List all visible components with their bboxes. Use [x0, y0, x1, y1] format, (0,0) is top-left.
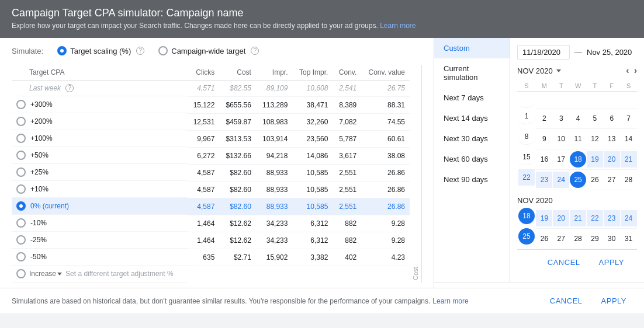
target-scaling-option[interactable]: Target scaling (%) ?	[57, 46, 144, 55]
table-row[interactable]: 0% (current) 4,587 $82.60 88,933 10,585 …	[12, 198, 410, 215]
help-icon-campaign-wide[interactable]: ?	[251, 47, 259, 55]
cal-day-cell[interactable]: 9	[536, 128, 553, 149]
cal-day-cell[interactable]: 12	[586, 128, 603, 149]
row-radio[interactable]	[16, 168, 26, 177]
cal-day-cell[interactable]: 4	[570, 108, 587, 128]
cal-apply-button[interactable]: APPLY	[593, 254, 630, 270]
cal-day-cell[interactable]: 23	[536, 169, 553, 190]
target-scaling-radio[interactable]	[57, 46, 67, 55]
table-row[interactable]: -50% 635 $2.71 15,902 3,382 402 4.23	[12, 249, 410, 266]
cal-day-cell-2[interactable]: 30	[603, 228, 620, 249]
cal-day-cell[interactable]: 1	[517, 108, 536, 124]
cell-label[interactable]: +200%	[12, 113, 187, 130]
cal-day-cell[interactable]: 26	[586, 169, 603, 190]
cal-day-cell[interactable]: 18	[570, 149, 587, 169]
table-row[interactable]: +300% 15,122 $655.56 113,289 38,471 8,38…	[12, 96, 410, 113]
cal-day-cell[interactable]: 16	[536, 149, 553, 169]
cal-day-cell[interactable]: 8	[517, 128, 536, 145]
row-radio[interactable]	[16, 100, 26, 109]
footer-apply-button[interactable]: APPLY	[595, 293, 632, 309]
cal-day-cell-2[interactable]: 18	[517, 208, 536, 225]
increase-cell[interactable]: Increase Set a different target adjustme…	[12, 266, 187, 282]
cal-day-cell[interactable]: 27	[603, 169, 620, 190]
row-radio[interactable]	[16, 252, 26, 261]
cal-day-cell-2[interactable]: 23	[603, 208, 620, 229]
cell-label[interactable]: +100%	[12, 130, 187, 147]
cal-day-cell[interactable]: 14	[620, 128, 637, 149]
row-radio[interactable]	[16, 184, 26, 194]
increase-button[interactable]: Increase	[29, 270, 62, 278]
row-radio[interactable]	[16, 134, 26, 143]
cal-day-cell[interactable]: 24	[553, 169, 570, 190]
cal-day-cell-2[interactable]: 25	[517, 228, 536, 245]
preset-item[interactable]: Next 30 days	[434, 128, 510, 149]
cell-label[interactable]: +10%	[12, 181, 187, 198]
cal-day-cell-2[interactable]: 29	[586, 228, 603, 249]
preset-item[interactable]: Next 60 days	[434, 149, 510, 169]
cal-day-cell[interactable]: 21	[620, 149, 637, 169]
table-row[interactable]: +25% 4,587 $82.60 88,933 10,585 2,551 26…	[12, 164, 410, 181]
table-row[interactable]: -10% 1,464 $12.62 34,233 6,312 882 9.28	[12, 215, 410, 232]
preset-item[interactable]: Next 14 days	[434, 108, 510, 128]
cal-day-cell[interactable]: 2	[536, 108, 553, 128]
campaign-wide-radio[interactable]	[158, 46, 168, 55]
month-dropdown-icon[interactable]	[556, 69, 561, 72]
row-radio[interactable]	[16, 117, 26, 126]
cal-day-cell[interactable]: 17	[553, 149, 570, 169]
cal-day-cell[interactable]: 5	[586, 108, 603, 128]
cal-day-cell-2[interactable]: 21	[570, 208, 587, 229]
table-row[interactable]: +50% 6,272 $132.66 94,218 14,086 3,617 3…	[12, 147, 410, 164]
cal-day-cell-2[interactable]: 22	[586, 208, 603, 229]
cell-label[interactable]: 0% (current)	[12, 198, 187, 215]
table-row[interactable]: +100% 9,967 $313.53 103,914 23,560 5,787…	[12, 130, 410, 147]
row-radio-selected[interactable]	[16, 201, 26, 211]
cal-day-cell[interactable]: 11	[570, 128, 587, 149]
cal-day-cell[interactable]: 20	[603, 149, 620, 169]
cal-day-cell-2[interactable]: 19	[536, 208, 553, 229]
row-radio[interactable]	[16, 218, 26, 228]
table-row[interactable]: +200% 12,531 $459.87 108,983 32,260 7,08…	[12, 113, 410, 130]
cal-day-cell[interactable]: 28	[620, 169, 637, 190]
increase-row[interactable]: Increase Set a different target adjustme…	[12, 266, 410, 282]
increase-radio[interactable]	[16, 269, 26, 278]
cal-next-arrow[interactable]: ›	[634, 65, 637, 76]
cal-day-cell[interactable]: 25	[570, 169, 587, 190]
cal-prev-arrow[interactable]: ‹	[626, 65, 629, 76]
cal-day-cell[interactable]: 22	[517, 169, 536, 186]
cal-day-cell[interactable]: 15	[517, 149, 536, 165]
cal-day-cell[interactable]: 10	[553, 128, 570, 149]
cal-day-cell-2[interactable]: 26	[536, 228, 553, 249]
cal-day-cell-2[interactable]: 28	[570, 228, 587, 249]
cell-label[interactable]: +50%	[12, 147, 187, 164]
cell-label[interactable]: +25%	[12, 164, 187, 181]
cal-day-cell-2[interactable]: 27	[553, 228, 570, 249]
cal-day-cell-2[interactable]: 20	[553, 208, 570, 229]
preset-item[interactable]: Next 90 days	[434, 169, 510, 190]
cal-cancel-button[interactable]: CANCEL	[542, 254, 586, 270]
preset-item[interactable]: Current simulation	[434, 58, 510, 88]
preset-custom[interactable]: Custom	[434, 38, 510, 58]
table-row[interactable]: -25% 1,464 $12.62 34,233 6,312 882 9.28	[12, 232, 410, 249]
cal-day-cell-2[interactable]: 24	[620, 208, 637, 229]
cell-label[interactable]: -50%	[12, 249, 187, 266]
cal-day-cell[interactable]: 19	[586, 149, 603, 169]
cell-label[interactable]: -25%	[12, 232, 187, 249]
cell-label[interactable]: -10%	[12, 215, 187, 232]
row-radio[interactable]	[16, 151, 26, 160]
help-icon-last-week[interactable]: ?	[65, 84, 74, 92]
preset-item[interactable]: Next 7 days	[434, 88, 510, 108]
campaign-wide-option[interactable]: Campaign-wide target ?	[158, 46, 259, 55]
footer-cancel-button[interactable]: CANCEL	[544, 293, 588, 309]
header-learn-more[interactable]: Learn more	[380, 22, 416, 30]
table-row[interactable]: +10% 4,587 $82.60 88,933 10,585 2,551 26…	[12, 181, 410, 198]
footer-learn-more[interactable]: Learn more	[432, 297, 468, 305]
help-icon-target-scaling[interactable]: ?	[136, 47, 144, 55]
cal-day-cell[interactable]: 13	[603, 128, 620, 149]
row-radio[interactable]	[16, 235, 26, 245]
cal-day-cell[interactable]: 7	[620, 108, 637, 128]
cal-day-cell[interactable]: 6	[603, 108, 620, 128]
cal-day-cell-2[interactable]: 31	[620, 228, 637, 249]
cell-label[interactable]: +300%	[12, 96, 187, 113]
cal-day-cell[interactable]: 3	[553, 108, 570, 128]
date-from-input[interactable]	[517, 45, 570, 60]
